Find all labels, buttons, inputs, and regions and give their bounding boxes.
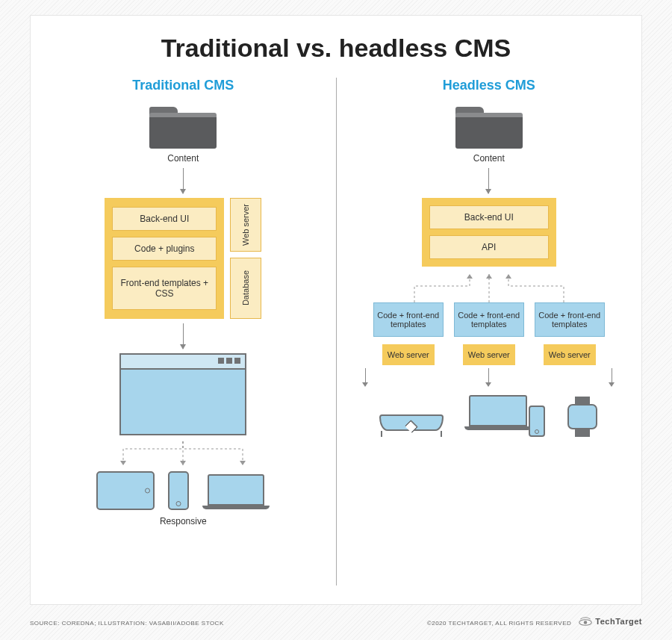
- folder-icon: [455, 104, 523, 149]
- headless-device-row: [337, 395, 642, 437]
- arrow-down-icon: [488, 368, 489, 386]
- laptop-icon: [202, 474, 270, 510]
- code-plugins-box: Code + plugins: [112, 237, 217, 261]
- laptop-phone-icon: [469, 395, 541, 437]
- headless-backend-box: Back-end UI API: [422, 198, 556, 267]
- web-server-box: Web server: [230, 198, 261, 252]
- frontend-triple: Code + front-end templates Code + front-…: [337, 302, 642, 337]
- arrow-down-icon: [365, 368, 366, 386]
- frontend-box-1: Code + front-end templates: [373, 302, 444, 337]
- copyright: ©2020 TECHTARGET, ALL RIGHTS RESERVED: [427, 620, 572, 627]
- frontend-box-3: Code + front-end templates: [535, 302, 605, 337]
- api-box: API: [429, 235, 549, 259]
- webserver-row: Web server Web server Web server: [337, 344, 642, 365]
- backend-ui-box: Back-end UI: [429, 205, 549, 229]
- phone-icon: [168, 471, 189, 510]
- backend-ui-box: Back-end UI: [112, 207, 217, 231]
- dashed-fanout: [86, 441, 280, 471]
- traditional-heading: Traditional CMS: [31, 78, 336, 93]
- arrow-down-icon: [612, 368, 612, 386]
- traditional-stack: Back-end UI Code + plugins Front-end tem…: [31, 198, 336, 319]
- arrow-down-icon: [488, 168, 489, 193]
- content-label: Content: [31, 153, 336, 164]
- frontend-box-2: Code + front-end templates: [454, 302, 524, 337]
- content-label: Content: [337, 153, 642, 164]
- web-server-3: Web server: [544, 344, 596, 365]
- footer: SOURCE: COREDNA; ILLUSTRATION: VASABII/A…: [30, 616, 642, 627]
- arrow-down-icon: [183, 323, 184, 349]
- headless-heading: Headless CMS: [337, 78, 642, 93]
- browser-window-icon: [119, 353, 246, 435]
- vr-glasses-icon: [379, 414, 444, 437]
- eye-icon: [579, 616, 592, 627]
- responsive-label: Responsive: [31, 516, 336, 526]
- arrow-row: [337, 365, 642, 389]
- headless-column: Headless CMS Content Back-end UI API: [337, 78, 642, 585]
- diagram-card: Traditional vs. headless CMS Traditional…: [30, 15, 642, 605]
- monolith-box: Back-end UI Code + plugins Front-end tem…: [105, 198, 224, 319]
- side-column: Web server Database: [230, 198, 261, 319]
- folder-icon: [149, 104, 217, 149]
- smartwatch-icon: [566, 397, 599, 437]
- database-box: Database: [230, 258, 261, 319]
- svg-point-1: [584, 621, 588, 624]
- tablet-icon: [96, 471, 155, 510]
- traditional-column: Traditional CMS Content Back-end UI Code…: [31, 78, 337, 585]
- techtarget-logo: TechTarget: [579, 616, 642, 627]
- web-server-2: Web server: [463, 344, 515, 365]
- dashed-fanout-up: [377, 268, 601, 302]
- device-row: [31, 471, 336, 510]
- frontend-templates-box: Front-end templates + CSS: [112, 267, 217, 310]
- web-server-1: Web server: [382, 344, 435, 365]
- diagram-title: Traditional vs. headless CMS: [31, 34, 641, 63]
- arrow-down-icon: [183, 168, 184, 193]
- columns: Traditional CMS Content Back-end UI Code…: [31, 78, 641, 585]
- source-credit: SOURCE: COREDNA; ILLUSTRATION: VASABII/A…: [30, 620, 224, 627]
